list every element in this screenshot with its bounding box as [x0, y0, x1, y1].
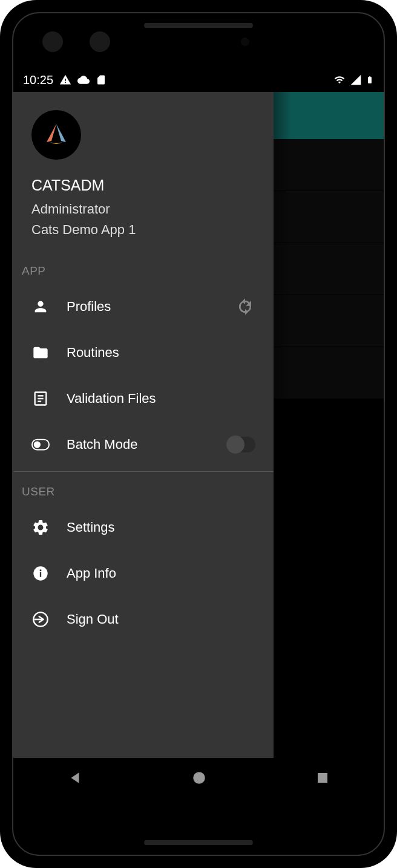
section-label-app: APP: [13, 255, 274, 284]
user-role: Administrator: [31, 201, 255, 217]
signal-icon: [350, 74, 362, 86]
warning-icon: [59, 74, 71, 86]
svg-rect-12: [318, 773, 327, 783]
drawer-item-label: App Info: [67, 566, 255, 581]
drawer-item-label: Validation Files: [67, 391, 255, 406]
front-camera-1: [42, 31, 63, 52]
drawer-item-app-info[interactable]: App Info: [13, 550, 274, 596]
recents-button[interactable]: [315, 771, 330, 788]
speaker-top: [144, 23, 253, 28]
svg-rect-7: [40, 572, 41, 577]
drawer-item-label: Routines: [67, 345, 255, 361]
wifi-icon: [333, 74, 346, 85]
signout-icon: [31, 610, 50, 628]
refresh-icon[interactable]: [235, 296, 255, 317]
screen: 10:25: [13, 68, 384, 800]
divider: [13, 471, 274, 472]
system-nav-bar: [13, 758, 384, 800]
batch-mode-switch[interactable]: [226, 437, 255, 452]
drawer-item-label: Settings: [67, 520, 255, 535]
status-bar: 10:25: [13, 68, 384, 92]
home-button[interactable]: [191, 770, 207, 788]
person-icon: [31, 298, 50, 316]
back-button[interactable]: [67, 770, 83, 788]
drawer-item-routines[interactable]: Routines: [13, 330, 274, 376]
switch-thumb: [226, 436, 244, 454]
battery-icon: [366, 73, 374, 86]
toggle-icon: [31, 436, 50, 454]
svg-point-11: [193, 772, 205, 784]
sensor: [241, 38, 249, 46]
document-icon: [31, 390, 50, 408]
sd-card-icon: [96, 74, 107, 85]
app-name: Cats Demo App 1: [31, 222, 255, 238]
phone-inner: 10:25: [12, 12, 385, 856]
phone-frame: 10:25: [0, 0, 397, 868]
svg-point-8: [39, 569, 41, 571]
drawer-item-profiles[interactable]: Profiles: [13, 284, 274, 330]
drawer-item-settings[interactable]: Settings: [13, 504, 274, 550]
svg-point-5: [34, 442, 40, 447]
drawer-header: CATSADM Administrator Cats Demo App 1: [13, 92, 274, 255]
drawer-item-label: Batch Mode: [67, 437, 209, 452]
folder-icon: [31, 344, 50, 362]
gear-icon: [31, 518, 50, 537]
drawer-item-sign-out[interactable]: Sign Out: [13, 596, 274, 642]
section-label-user: USER: [13, 475, 274, 504]
cloud-icon: [77, 74, 90, 86]
avatar: [31, 110, 81, 160]
info-icon: [31, 564, 50, 582]
username: CATSADM: [31, 177, 255, 194]
drawer-item-label: Sign Out: [67, 612, 255, 627]
drawer-item-batch-mode[interactable]: Batch Mode: [13, 422, 274, 468]
front-camera-2: [90, 31, 110, 52]
speaker-bottom: [144, 840, 253, 845]
drawer-shadow: [274, 92, 292, 758]
navigation-drawer[interactable]: CATSADM Administrator Cats Demo App 1 AP…: [13, 92, 274, 758]
drawer-item-label: Profiles: [67, 299, 218, 315]
drawer-item-validation-files[interactable]: Validation Files: [13, 376, 274, 422]
status-time: 10:25: [23, 73, 53, 87]
